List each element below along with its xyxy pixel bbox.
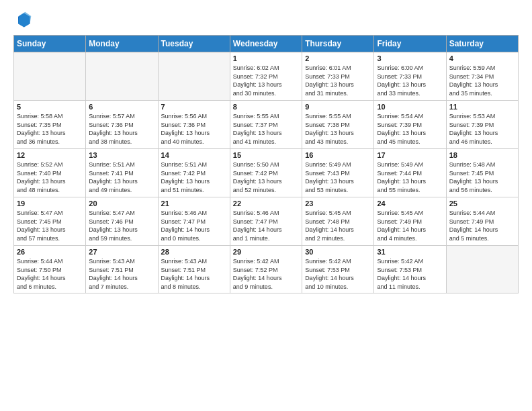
day-number: 23: [305, 199, 371, 208]
calendar-cell: 16Sunrise: 5:49 AM Sunset: 7:43 PM Dayli…: [302, 149, 374, 197]
day-info: Sunrise: 5:44 AM Sunset: 7:50 PM Dayligh…: [17, 257, 83, 291]
day-number: 28: [161, 248, 227, 256]
day-info: Sunrise: 5:42 AM Sunset: 7:53 PM Dayligh…: [377, 257, 443, 291]
calendar-cell: 20Sunrise: 5:47 AM Sunset: 7:46 PM Dayli…: [86, 197, 158, 246]
svg-marker-1: [18, 12, 31, 28]
day-number: 27: [89, 248, 154, 256]
day-info: Sunrise: 5:54 AM Sunset: 7:39 PM Dayligh…: [377, 112, 443, 146]
calendar-cell: 5Sunrise: 5:58 AM Sunset: 7:35 PM Daylig…: [14, 101, 86, 149]
day-number: 18: [449, 151, 515, 159]
week-row: 26Sunrise: 5:44 AM Sunset: 7:50 PM Dayli…: [14, 246, 519, 293]
calendar-cell: 25Sunrise: 5:44 AM Sunset: 7:49 PM Dayli…: [446, 197, 518, 246]
calendar-cell: 3Sunrise: 6:00 AM Sunset: 7:33 PM Daylig…: [374, 52, 446, 101]
header: [13, 11, 519, 30]
day-number: 16: [305, 151, 371, 159]
calendar-cell: 9Sunrise: 5:55 AM Sunset: 7:38 PM Daylig…: [302, 101, 374, 149]
day-info: Sunrise: 5:50 AM Sunset: 7:42 PM Dayligh…: [233, 161, 299, 194]
day-info: Sunrise: 5:49 AM Sunset: 7:44 PM Dayligh…: [377, 161, 443, 194]
logo-icon: [13, 11, 32, 30]
calendar-cell: 11Sunrise: 5:53 AM Sunset: 7:39 PM Dayli…: [446, 101, 518, 149]
day-number: 13: [89, 151, 154, 159]
day-number: 3: [377, 54, 443, 62]
day-number: 14: [161, 151, 227, 159]
calendar-cell: 12Sunrise: 5:52 AM Sunset: 7:40 PM Dayli…: [14, 149, 86, 197]
day-number: 24: [377, 199, 443, 208]
calendar-cell: 18Sunrise: 5:48 AM Sunset: 7:45 PM Dayli…: [446, 149, 518, 197]
day-number: 21: [161, 199, 227, 208]
logo: [13, 11, 35, 30]
day-info: Sunrise: 5:55 AM Sunset: 7:38 PM Dayligh…: [305, 112, 371, 146]
calendar-cell: 2Sunrise: 6:01 AM Sunset: 7:33 PM Daylig…: [302, 52, 374, 101]
calendar-cell: 6Sunrise: 5:57 AM Sunset: 7:36 PM Daylig…: [86, 101, 158, 149]
day-info: Sunrise: 5:56 AM Sunset: 7:36 PM Dayligh…: [161, 112, 227, 146]
day-info: Sunrise: 5:43 AM Sunset: 7:51 PM Dayligh…: [89, 257, 154, 291]
day-info: Sunrise: 5:53 AM Sunset: 7:39 PM Dayligh…: [449, 112, 515, 146]
day-number: 7: [161, 103, 227, 111]
day-number: 26: [17, 248, 83, 256]
day-info: Sunrise: 5:42 AM Sunset: 7:52 PM Dayligh…: [233, 257, 299, 291]
calendar-cell: 19Sunrise: 5:47 AM Sunset: 7:45 PM Dayli…: [14, 197, 86, 246]
day-info: Sunrise: 6:00 AM Sunset: 7:33 PM Dayligh…: [377, 64, 443, 97]
day-number: 15: [233, 151, 299, 159]
day-info: Sunrise: 5:47 AM Sunset: 7:46 PM Dayligh…: [89, 209, 154, 242]
day-info: Sunrise: 5:59 AM Sunset: 7:34 PM Dayligh…: [449, 64, 515, 97]
day-info: Sunrise: 5:45 AM Sunset: 7:48 PM Dayligh…: [305, 209, 371, 242]
day-info: Sunrise: 5:46 AM Sunset: 7:47 PM Dayligh…: [161, 209, 227, 242]
day-number: 11: [449, 103, 515, 111]
calendar-cell: [158, 52, 230, 101]
calendar: SundayMondayTuesdayWednesdayThursdayFrid…: [13, 35, 519, 293]
weekday-header: Sunday: [14, 36, 86, 52]
day-info: Sunrise: 6:02 AM Sunset: 7:32 PM Dayligh…: [233, 64, 299, 97]
calendar-cell: [14, 52, 86, 101]
calendar-cell: 24Sunrise: 5:45 AM Sunset: 7:49 PM Dayli…: [374, 197, 446, 246]
weekday-header-row: SundayMondayTuesdayWednesdayThursdayFrid…: [14, 36, 519, 52]
day-number: 30: [305, 248, 371, 256]
day-info: Sunrise: 5:55 AM Sunset: 7:37 PM Dayligh…: [233, 112, 299, 146]
calendar-cell: 21Sunrise: 5:46 AM Sunset: 7:47 PM Dayli…: [158, 197, 230, 246]
day-number: 6: [89, 103, 154, 111]
day-info: Sunrise: 5:51 AM Sunset: 7:41 PM Dayligh…: [89, 161, 154, 194]
weekday-header: Thursday: [302, 36, 374, 52]
day-info: Sunrise: 6:01 AM Sunset: 7:33 PM Dayligh…: [305, 64, 371, 97]
day-info: Sunrise: 5:49 AM Sunset: 7:43 PM Dayligh…: [305, 161, 371, 194]
day-info: Sunrise: 5:48 AM Sunset: 7:45 PM Dayligh…: [449, 161, 515, 194]
day-info: Sunrise: 5:52 AM Sunset: 7:40 PM Dayligh…: [17, 161, 83, 194]
weekday-header: Wednesday: [230, 36, 302, 52]
calendar-cell: 31Sunrise: 5:42 AM Sunset: 7:53 PM Dayli…: [374, 246, 446, 293]
day-info: Sunrise: 5:58 AM Sunset: 7:35 PM Dayligh…: [17, 112, 83, 146]
calendar-cell: 7Sunrise: 5:56 AM Sunset: 7:36 PM Daylig…: [158, 101, 230, 149]
day-info: Sunrise: 5:43 AM Sunset: 7:51 PM Dayligh…: [161, 257, 227, 291]
calendar-cell: 29Sunrise: 5:42 AM Sunset: 7:52 PM Dayli…: [230, 246, 302, 293]
calendar-cell: [86, 52, 158, 101]
calendar-cell: 22Sunrise: 5:46 AM Sunset: 7:47 PM Dayli…: [230, 197, 302, 246]
day-number: 2: [305, 54, 371, 62]
calendar-cell: 17Sunrise: 5:49 AM Sunset: 7:44 PM Dayli…: [374, 149, 446, 197]
week-row: 5Sunrise: 5:58 AM Sunset: 7:35 PM Daylig…: [14, 101, 519, 149]
day-number: 31: [377, 248, 443, 256]
day-info: Sunrise: 5:44 AM Sunset: 7:49 PM Dayligh…: [449, 209, 515, 242]
day-info: Sunrise: 5:45 AM Sunset: 7:49 PM Dayligh…: [377, 209, 443, 242]
calendar-cell: 13Sunrise: 5:51 AM Sunset: 7:41 PM Dayli…: [86, 149, 158, 197]
calendar-cell: 14Sunrise: 5:51 AM Sunset: 7:42 PM Dayli…: [158, 149, 230, 197]
day-number: 10: [377, 103, 443, 111]
day-number: 25: [449, 199, 515, 208]
calendar-cell: 30Sunrise: 5:42 AM Sunset: 7:53 PM Dayli…: [302, 246, 374, 293]
calendar-cell: 4Sunrise: 5:59 AM Sunset: 7:34 PM Daylig…: [446, 52, 518, 101]
weekday-header: Tuesday: [158, 36, 230, 52]
day-info: Sunrise: 5:46 AM Sunset: 7:47 PM Dayligh…: [233, 209, 299, 242]
week-row: 19Sunrise: 5:47 AM Sunset: 7:45 PM Dayli…: [14, 197, 519, 246]
calendar-cell: 10Sunrise: 5:54 AM Sunset: 7:39 PM Dayli…: [374, 101, 446, 149]
weekday-header: Friday: [374, 36, 446, 52]
calendar-cell: 27Sunrise: 5:43 AM Sunset: 7:51 PM Dayli…: [86, 246, 158, 293]
weekday-header: Monday: [86, 36, 158, 52]
day-info: Sunrise: 5:51 AM Sunset: 7:42 PM Dayligh…: [161, 161, 227, 194]
day-number: 29: [233, 248, 299, 256]
day-number: 1: [233, 54, 299, 62]
day-number: 9: [305, 103, 371, 111]
calendar-cell: [446, 246, 518, 293]
calendar-cell: 23Sunrise: 5:45 AM Sunset: 7:48 PM Dayli…: [302, 197, 374, 246]
day-number: 20: [89, 199, 154, 208]
day-info: Sunrise: 5:57 AM Sunset: 7:36 PM Dayligh…: [89, 112, 154, 146]
calendar-cell: 1Sunrise: 6:02 AM Sunset: 7:32 PM Daylig…: [230, 52, 302, 101]
week-row: 1Sunrise: 6:02 AM Sunset: 7:32 PM Daylig…: [14, 52, 519, 101]
